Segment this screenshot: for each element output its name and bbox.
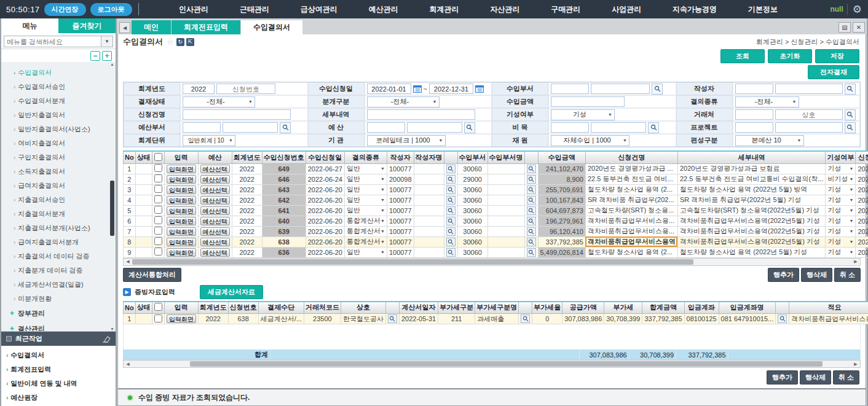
recent-work-item[interactable]: ›예산원장 — [6, 391, 116, 405]
sidebar-item[interactable]: ›지출결의서분개 — [10, 207, 116, 221]
cell-search-icon[interactable] — [446, 185, 456, 194]
fiscal-year-cell[interactable]: 2022 — [232, 226, 262, 236]
expand-plus-icon[interactable]: + — [10, 309, 14, 318]
dept-name-cell[interactable] — [487, 236, 524, 247]
budget-select-button[interactable]: 예산선택 — [200, 196, 230, 205]
fiscal-year-input[interactable] — [183, 84, 215, 94]
cell-search-icon[interactable] — [446, 165, 456, 173]
sidebar-item[interactable]: ›지출결의서 데이터 검증 — [10, 249, 116, 264]
budget-select-button[interactable]: 예산선택 — [200, 206, 230, 215]
income-date-to-input[interactable] — [429, 84, 473, 94]
budget-dept-name-input[interactable] — [223, 122, 278, 133]
input-screen-button[interactable]: 입력화면 — [167, 238, 196, 246]
amount-cell[interactable]: 8,900 — [538, 174, 585, 184]
total-amount-cell[interactable]: 337,792,385 — [642, 314, 684, 324]
collapse-all-button[interactable]: − — [90, 51, 100, 61]
amount-cell[interactable]: 337,792,385 — [538, 236, 585, 247]
recent-work-item[interactable]: ›수입결의서 — [6, 348, 116, 362]
amount-cell[interactable]: 96,120,410 — [538, 226, 585, 236]
cell-search-icon[interactable] — [527, 165, 536, 173]
writer-name-input[interactable] — [775, 84, 843, 94]
request-no-cell[interactable]: 649 — [262, 163, 306, 174]
scroll-up-icon[interactable]: ▲ — [109, 62, 115, 66]
writer-cell[interactable]: 100077 — [387, 195, 414, 205]
fiscal-year-cell[interactable]: 2022 — [232, 205, 262, 216]
fiscal-year-cell[interactable]: 2022 — [232, 195, 262, 205]
title-cell[interactable]: 객차비품취급업무서비스용... — [585, 226, 677, 236]
dept-name-cell[interactable] — [487, 174, 524, 184]
top-menu-3[interactable]: 급상여관리 — [301, 4, 337, 15]
search-button[interactable]: 조회 — [720, 49, 765, 63]
sidebar-item[interactable]: ›지출결의서분개(사업소) — [10, 221, 116, 235]
income-date-from-input[interactable] — [367, 84, 411, 94]
cell-search-icon[interactable] — [527, 206, 536, 215]
row-delete-button-bottom[interactable]: 행삭제 — [800, 370, 831, 385]
request-date-cell[interactable]: 2022-06-20 — [306, 236, 344, 247]
writer-cell[interactable]: 200098 — [387, 174, 414, 184]
scroll-right-icon[interactable]: ▶ — [851, 259, 860, 264]
detail-cell[interactable]: 철도차량 청소사업 용역 (2022년 5월) 기성 — [677, 247, 825, 257]
cell-select[interactable]: 일반▼ — [347, 195, 385, 205]
row-checkbox[interactable] — [154, 237, 162, 245]
tab-회계전표입력[interactable]: 회계전표입력 — [172, 20, 240, 34]
budget-select-button[interactable]: 예산선택 — [200, 217, 230, 225]
save-button[interactable]: 저장 — [815, 49, 859, 63]
cell-search-icon[interactable] — [527, 248, 536, 257]
dept-cell[interactable]: 30060 — [457, 226, 487, 236]
supply-amount-cell[interactable]: 307,083,986 — [562, 314, 604, 324]
row-checkbox[interactable] — [154, 174, 162, 182]
account-name-cell[interactable]: 081 647910015... — [719, 314, 776, 324]
writer-name-cell[interactable] — [414, 236, 444, 247]
sidebar-item[interactable]: ›지출결의서승인 — [10, 193, 116, 207]
writer-name-cell[interactable] — [414, 226, 444, 236]
budget-select-button[interactable]: 예산선택 — [200, 185, 230, 194]
dept-cell[interactable]: 29000 — [457, 174, 487, 184]
income-dept-search-icon[interactable] — [652, 84, 663, 95]
bill-merge-button[interactable]: 계산서통합처리 — [123, 268, 181, 282]
row-delete-button[interactable]: 행삭제 — [801, 268, 832, 282]
cell-search-icon[interactable] — [388, 314, 397, 323]
recent-work-item[interactable]: ›일반이체 연동 및 내역 — [6, 377, 116, 391]
cell-select[interactable]: 통합계산서▼ — [347, 216, 385, 225]
calendar-icon[interactable] — [413, 85, 422, 93]
menu-search-dropdown-icon[interactable]: ▼ — [101, 36, 113, 47]
top-menu-8[interactable]: 사업관리 — [612, 4, 641, 15]
budget-select-button[interactable]: 예산선택 — [200, 175, 230, 184]
title-cell[interactable]: 객차비품취급업무서비스용... — [585, 216, 677, 226]
budget-name-input[interactable] — [407, 122, 462, 133]
input-screen-button[interactable]: 입력화면 — [167, 175, 196, 184]
project-search-icon[interactable] — [845, 122, 856, 133]
scrollbar-thumb[interactable] — [110, 181, 114, 236]
acct-date-cell[interactable]: 2022-06-20 — [856, 205, 868, 216]
expand-plus-icon[interactable]: + — [10, 324, 14, 331]
budget-select-button[interactable]: 예산선택 — [200, 165, 230, 173]
request-date-cell[interactable]: 2022-06-20 — [306, 216, 344, 226]
sidebar-item[interactable]: ›급여지출결의서분개 — [10, 235, 116, 249]
fiscal-year-cell[interactable]: 2022 — [232, 247, 262, 257]
cell-select[interactable]: 기성▼ — [827, 216, 853, 225]
request-no-cell[interactable]: 642 — [262, 195, 306, 205]
amount-cell[interactable]: 5,499,026,814 — [538, 247, 585, 257]
vat-code-cell[interactable]: 211 — [438, 314, 475, 324]
vendor-name-input[interactable] — [775, 109, 843, 120]
row-checkbox[interactable] — [154, 216, 162, 224]
cell-select[interactable]: 일반▼ — [347, 185, 385, 194]
recent-work-item[interactable]: ›회계전표입력 — [6, 362, 116, 377]
top-menu-2[interactable]: 근태관리 — [240, 4, 269, 15]
writer-search-icon[interactable] — [845, 84, 856, 95]
expense-item-search-icon[interactable] — [648, 122, 659, 133]
top-menu-7[interactable]: 구매관리 — [551, 4, 580, 15]
scroll-right-icon[interactable]: ▶ — [851, 362, 860, 367]
dept-cell[interactable]: 30060 — [457, 195, 487, 205]
expense-item-name-input[interactable] — [591, 122, 646, 133]
tab-scroll-left-icon[interactable]: ◀ — [119, 22, 130, 33]
grid1-horizontal-scrollbar[interactable]: ◀ ▶ — [123, 258, 861, 266]
tax-invoice-button[interactable]: 세금계산서자료 — [200, 285, 263, 299]
cell-search-icon[interactable] — [527, 227, 536, 236]
cell-search-icon[interactable] — [446, 175, 456, 184]
sidebar-item[interactable]: ›미분개현황 — [10, 292, 116, 306]
fund-select[interactable]: 자체수입 | 1000▼ — [551, 135, 629, 146]
scroll-left-icon[interactable]: ◀ — [124, 259, 132, 264]
note-cell[interactable]: 객차비품취급업무서비스용... — [789, 314, 868, 324]
grid2-horizontal-scrollbar[interactable]: ◀ ▶ — [123, 360, 861, 368]
